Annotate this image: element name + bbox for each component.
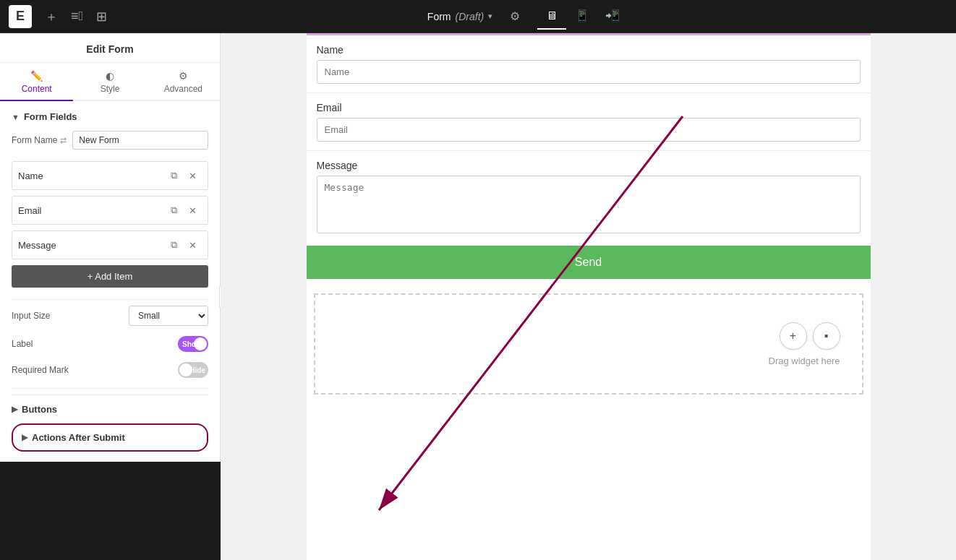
message-label: Message — [317, 160, 861, 171]
advanced-icon: ⚙ — [179, 70, 188, 82]
field-list: Name ⧉ ✕ Email ⧉ ✕ Message ⧉ ✕ — [12, 161, 208, 259]
widget-icons: + ▪ — [780, 322, 840, 350]
field-item-message: Message ⧉ ✕ — [12, 231, 208, 259]
canvas-area: Name Email Message Send — [307, 33, 871, 560]
main-layout: Edit Form ✏️ Content ◐ Style ⚙ Advanced — [0, 33, 956, 560]
duplicate-name-btn[interactable]: ⧉ — [164, 166, 183, 185]
form-fields-section-header[interactable]: ▼ Form Fields — [12, 111, 208, 122]
form-preview: Name Email Message Send — [307, 33, 871, 279]
duplicate-message-btn[interactable]: ⧉ — [164, 236, 183, 254]
folder-widget-btn[interactable]: ▪ — [813, 322, 840, 350]
add-widget-btn[interactable]: + — [780, 322, 807, 350]
form-email-group: Email — [307, 93, 871, 151]
input-size-label: Input Size — [12, 311, 129, 321]
delete-email-btn[interactable]: ✕ — [183, 201, 202, 220]
topbar-center: Form (Draft) ▾ ⚙ 🖥 📱 📲 — [107, 4, 947, 30]
topbar: E ＋ ≡⃝ ⊞ Form (Draft) ▾ ⚙ 🖥 📱 📲 — [0, 0, 956, 33]
panel-header: Edit Form — [0, 33, 220, 63]
topbar-left: E ＋ ≡⃝ ⊞ — [9, 5, 107, 28]
layers-icon[interactable]: ⊞ — [96, 9, 107, 25]
section-collapse-arrow: ▼ — [12, 113, 20, 121]
panel-tabs: ✏️ Content ◐ Style ⚙ Advanced — [0, 63, 220, 101]
send-button[interactable]: Send — [307, 246, 871, 279]
drag-hint: Drag widget here — [769, 356, 840, 366]
input-size-select[interactable]: Small Medium Large — [129, 306, 208, 326]
panel-content: ▼ Form Fields Form Name ⇄ Name ⧉ — [0, 101, 220, 462]
desktop-view-btn[interactable]: 🖥 — [537, 4, 566, 30]
elementor-logo[interactable]: E — [9, 5, 32, 28]
name-input-preview[interactable] — [317, 60, 861, 84]
pencil-icon: ✏️ — [30, 70, 43, 82]
delete-name-btn[interactable]: ✕ — [183, 166, 202, 185]
left-panel: Edit Form ✏️ Content ◐ Style ⚙ Advanced — [0, 33, 221, 462]
gear-icon[interactable]: ⚙ — [510, 9, 520, 23]
left-panel-wrapper: Edit Form ✏️ Content ◐ Style ⚙ Advanced — [0, 33, 221, 560]
required-mark-toggle[interactable]: Hide — [178, 362, 208, 378]
actions-arrow: ▶ — [22, 433, 27, 442]
input-size-row: Input Size Small Medium Large — [12, 306, 208, 326]
form-name-group: Name — [307, 33, 871, 93]
tablet-view-btn[interactable]: 📱 — [568, 4, 597, 30]
plus-icon[interactable]: ＋ — [45, 8, 58, 25]
actions-after-submit-section[interactable]: ▶ Actions After Submit — [12, 423, 208, 452]
label-toggle-row: Label Show — [12, 336, 208, 352]
label-toggle[interactable]: Show — [178, 336, 208, 352]
label-toggle-label: Label — [12, 339, 178, 349]
buttons-section[interactable]: ▶ Buttons — [12, 395, 208, 423]
required-mark-label: Required Mark — [12, 365, 178, 375]
required-mark-row: Required Mark Hide — [12, 362, 208, 378]
sync-icon: ⇄ — [60, 136, 67, 145]
settings-icon[interactable]: ≡⃝ — [71, 9, 83, 24]
name-label: Name — [317, 44, 861, 56]
duplicate-email-btn[interactable]: ⧉ — [164, 201, 183, 220]
form-name-input[interactable] — [72, 131, 208, 150]
delete-message-btn[interactable]: ✕ — [183, 236, 202, 254]
email-input-preview[interactable] — [317, 118, 861, 142]
tab-style[interactable]: ◐ Style — [73, 63, 146, 100]
form-name-label: Form Name ⇄ — [12, 135, 67, 145]
email-label: Email — [317, 102, 861, 113]
form-title: Form (Draft) ▾ — [427, 11, 492, 22]
message-textarea-preview[interactable] — [317, 176, 861, 233]
form-name-row: Form Name ⇄ — [12, 131, 208, 150]
mobile-view-btn[interactable]: 📲 — [598, 4, 627, 30]
label-toggle-knob — [194, 337, 207, 350]
add-item-button[interactable]: + Add Item — [12, 265, 208, 288]
tab-advanced[interactable]: ⚙ Advanced — [147, 63, 220, 100]
view-buttons: 🖥 📱 📲 — [537, 4, 627, 30]
buttons-arrow: ▶ — [12, 405, 17, 414]
widget-dropzone: + ▪ Drag widget here — [314, 293, 863, 395]
style-icon: ◐ — [106, 70, 114, 82]
tab-content[interactable]: ✏️ Content — [0, 63, 73, 101]
field-item-email: Email ⧉ ✕ — [12, 196, 208, 225]
right-area: Name Email Message Send — [221, 33, 956, 560]
field-item-name: Name ⧉ ✕ — [12, 161, 208, 190]
form-message-group: Message — [307, 151, 871, 246]
